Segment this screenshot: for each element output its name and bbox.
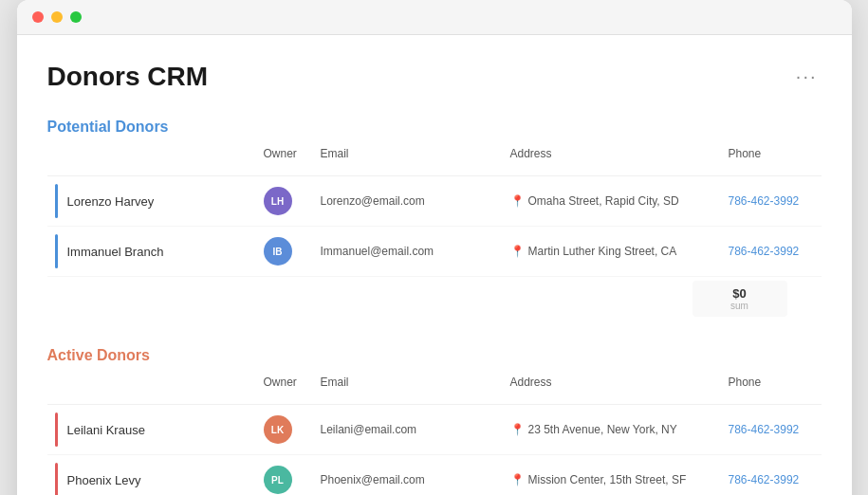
col-address-label: Address — [503, 376, 721, 398]
table-row: Leilani Krause LK Leilani@email.com 📍 23… — [47, 405, 822, 455]
sum-label: sum — [704, 301, 776, 311]
address-text: 23 5th Avenue, New York, NY — [528, 423, 677, 436]
row-indicator — [55, 184, 58, 218]
table-row: Lorenzo Harvey LH Lorenzo@email.com 📍 Om… — [47, 176, 822, 227]
col-name-label — [47, 376, 256, 398]
address-cell: 📍 Mission Center, 15th Street, SF — [503, 473, 721, 486]
page-header: Donors CRM ··· — [47, 62, 822, 92]
col-email-label: Email — [313, 147, 503, 170]
donor-name-cell: Leilani Krause — [47, 412, 256, 447]
address-text: Martin Luther King Street, CA — [528, 245, 677, 258]
page-title: Donors CRM — [47, 62, 209, 92]
phone-cell: 786-462-3992 — [721, 194, 852, 208]
avatar: IB — [264, 237, 292, 266]
location-icon: 📍 — [510, 423, 525, 436]
maximize-dot[interactable] — [70, 11, 82, 23]
address-cell: 📍 Omaha Street, Rapid City, SD — [503, 194, 721, 208]
row-indicator — [55, 463, 58, 495]
location-icon: 📍 — [510, 194, 525, 208]
potential-donors-title: Potential Donors — [47, 119, 169, 136]
donor-name: Lorenzo Harvey — [67, 194, 155, 209]
col-phone-label: Phone — [721, 147, 852, 170]
email-cell: Lorenzo@email.com — [313, 194, 503, 208]
titlebar — [17, 0, 852, 35]
table-row: Immanuel Branch IB Immanuel@email.com 📍 … — [47, 227, 822, 277]
location-icon: 📍 — [510, 245, 525, 258]
donor-name: Immanuel Branch — [67, 245, 164, 259]
email-cell: Phoenix@email.com — [313, 473, 503, 486]
more-options-button[interactable]: ··· — [792, 62, 822, 91]
address-cell: 📍 Martin Luther King Street, CA — [503, 245, 721, 258]
email-cell: Immanuel@email.com — [313, 245, 503, 258]
avatar-initials: LH — [271, 196, 284, 207]
active-donors-title: Active Donors — [47, 347, 150, 364]
table-header-active: Owner Email Address Phone $ Donated + — [47, 376, 822, 405]
donor-name-cell: Immanuel Branch — [47, 234, 256, 268]
table-row: Phoenix Levy PL Phoenix@email.com 📍 Miss… — [47, 455, 822, 495]
potential-donors-section: Potential Donors Owner Email Address Pho… — [47, 119, 822, 317]
address-text: Mission Center, 15th Street, SF — [528, 473, 687, 486]
col-name-label — [47, 147, 256, 170]
sum-row-potential: $0 sum — [47, 277, 822, 317]
avatar-cell: LH — [256, 187, 313, 215]
email-cell: Leilani@email.com — [313, 423, 503, 436]
close-dot[interactable] — [32, 11, 44, 23]
phone-cell: 786-462-3992 — [721, 245, 852, 258]
col-email-label: Email — [313, 376, 503, 398]
avatar: LK — [264, 415, 292, 444]
avatar-cell: LK — [256, 415, 313, 444]
table-header-potential: Owner Email Address Phone $ Donated + — [47, 147, 822, 176]
donor-name-cell: Lorenzo Harvey — [47, 184, 256, 218]
donor-name-cell: Phoenix Levy — [47, 463, 256, 495]
donor-name: Leilani Krause — [67, 423, 145, 437]
avatar: PL — [264, 466, 292, 494]
avatar-cell: IB — [256, 237, 313, 266]
sum-value: $0 — [704, 286, 776, 301]
sum-cell: $0 sum — [693, 281, 787, 317]
address-text: Omaha Street, Rapid City, SD — [528, 194, 679, 208]
phone-cell: 786-462-3992 — [721, 423, 852, 436]
row-indicator — [55, 234, 58, 268]
col-owner-label: Owner — [256, 147, 313, 170]
avatar-initials: IB — [273, 247, 283, 257]
row-indicator — [55, 412, 58, 447]
potential-donors-table: Owner Email Address Phone $ Donated + Lo… — [47, 147, 822, 317]
col-owner-label: Owner — [256, 376, 313, 398]
address-cell: 📍 23 5th Avenue, New York, NY — [503, 423, 721, 436]
minimize-dot[interactable] — [51, 11, 63, 23]
active-donors-table: Owner Email Address Phone $ Donated + Le… — [47, 376, 822, 495]
app-window: Donors CRM ··· Potential Donors Owner Em… — [17, 0, 852, 495]
avatar-cell: PL — [256, 466, 313, 494]
location-icon: 📍 — [510, 473, 525, 486]
phone-cell: 786-462-3992 — [721, 473, 852, 486]
active-donors-section: Active Donors Owner Email Address Phone … — [47, 347, 822, 495]
avatar: LH — [264, 187, 292, 215]
col-address-label: Address — [503, 147, 721, 170]
main-content: Donors CRM ··· Potential Donors Owner Em… — [17, 35, 852, 495]
col-phone-label: Phone — [721, 376, 852, 398]
donor-name: Phoenix Levy — [67, 473, 141, 487]
